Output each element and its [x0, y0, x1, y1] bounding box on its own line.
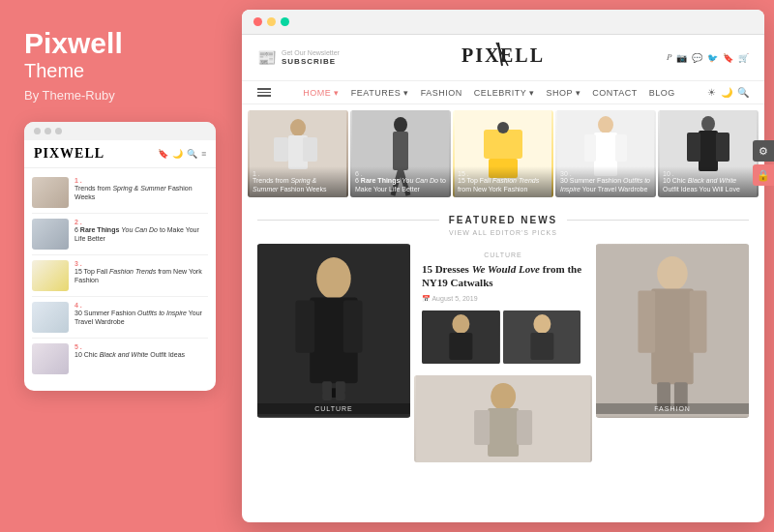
- hero-num-1: 1 .: [253, 170, 343, 177]
- whatsapp-icon[interactable]: 💬: [692, 53, 702, 63]
- nav-item-contact[interactable]: CONTACT: [592, 88, 637, 98]
- svg-rect-25: [699, 131, 718, 171]
- brand-subtitle: Theme: [24, 60, 84, 82]
- featured-main-figure: [257, 244, 410, 418]
- nav-item-celebrity[interactable]: CELEBRITY ▾: [474, 88, 535, 98]
- featured-title: FEATURED NEWS: [449, 215, 557, 225]
- browser-dot-red: [253, 17, 262, 26]
- featured-bottom-figure: [414, 375, 592, 462]
- svg-rect-31: [295, 300, 314, 352]
- nav-item-features[interactable]: FEATURES ▾: [351, 88, 409, 98]
- svg-point-43: [491, 383, 516, 410]
- mini-list-item: 1 . Trends from Spring & Summer Fashion …: [32, 172, 208, 214]
- pixwell-logo-svg: PIX ELL: [460, 41, 547, 68]
- article-date-text: August 5, 2019: [432, 295, 477, 302]
- hero-caption-5: 10 Chic Black and White Outfit Ideas You…: [663, 177, 754, 193]
- mini-thumb-5: [32, 343, 69, 374]
- bookmark-icon[interactable]: 🔖: [723, 53, 733, 63]
- hero-item-5[interactable]: 10 . 10 Chic Black and White Outfit Idea…: [658, 110, 759, 197]
- settings-gear-button[interactable]: ⚙: [753, 140, 774, 162]
- browser-dot-yellow: [267, 17, 276, 26]
- site-navigation: HOME ▾ FEATURES ▾ FASHION CELEBRITY ▾ SH…: [242, 81, 764, 104]
- nav-menu: HOME ▾ FEATURES ▾ FASHION CELEBRITY ▾ SH…: [303, 88, 674, 98]
- mini-text-5: 10 Chic Black and White Outfit Ideas: [74, 350, 185, 359]
- nav-item-home[interactable]: HOME ▾: [303, 88, 340, 98]
- nav-item-blog[interactable]: BLOG: [649, 88, 675, 98]
- featured-main-image[interactable]: CULTURE: [257, 244, 410, 418]
- svg-rect-49: [651, 289, 693, 385]
- svg-rect-38: [449, 333, 472, 360]
- hero-num-5: 10 .: [663, 170, 754, 177]
- subscribe-cta[interactable]: SUBSCRIBE: [282, 57, 340, 67]
- svg-point-48: [657, 256, 688, 291]
- cart-icon[interactable]: 🛒: [738, 53, 749, 63]
- mini-moon-icon: 🌙: [172, 149, 183, 159]
- featured-sub-label[interactable]: VIEW ALL EDITOR'S PICKS: [257, 229, 749, 236]
- svg-rect-45: [474, 410, 490, 445]
- brand-by: By Theme-Ruby: [24, 88, 115, 103]
- hamburger-menu[interactable]: [257, 88, 271, 97]
- svg-point-40: [533, 314, 551, 334]
- mini-text-1: Trends from Spring & Summer Fashion Week…: [74, 184, 208, 201]
- hero-num-4: 30 .: [560, 170, 651, 177]
- mini-list-item: 3 . 15 Top Fall Fashion Trends from New …: [32, 255, 208, 297]
- featured-article-text[interactable]: CULTURE 15 Dresses We Would Love from th…: [414, 244, 592, 371]
- instagram-icon[interactable]: 📷: [676, 53, 687, 63]
- collage-img-2: [503, 310, 581, 364]
- svg-rect-34: [322, 381, 332, 400]
- mini-thumb-4: [32, 302, 69, 333]
- hero-item-2[interactable]: 6 . 6 Rare Things You Can Do to Make You…: [350, 110, 451, 197]
- hero-item-3[interactable]: 15 . 15 Top Fall Fashion Trends from New…: [453, 110, 553, 197]
- calendar-icon: 📅: [422, 295, 431, 302]
- pinterest-icon[interactable]: 𝑃: [667, 52, 671, 63]
- svg-rect-32: [343, 300, 363, 352]
- mini-thumb-1: [32, 177, 69, 208]
- mini-header-icons: 🔖 🌙 🔍 ≡: [158, 149, 206, 159]
- mini-thumb-3: [32, 260, 69, 291]
- gear-icon: ⚙: [759, 145, 768, 158]
- nav-item-shop[interactable]: SHOP ▾: [547, 88, 581, 98]
- hero-num-3: 15 .: [458, 170, 549, 177]
- featured-right-image[interactable]: FASHION: [596, 244, 749, 418]
- svg-text:PIX: PIX: [461, 44, 500, 66]
- svg-rect-44: [488, 408, 519, 457]
- mini-logo-bar: PIXWELL 🔖 🌙 🔍 ≡: [24, 140, 216, 168]
- mini-menu-icon: ≡: [201, 149, 206, 159]
- nav-search-icon[interactable]: 🔍: [737, 87, 749, 98]
- mini-num-2: 2 .: [74, 219, 208, 225]
- browser-top-bar: [242, 10, 764, 35]
- lock-button[interactable]: 🔒: [753, 164, 774, 186]
- nav-item-fashion[interactable]: FASHION: [421, 88, 462, 98]
- mini-news-list: 1 . Trends from Spring & Summer Fashion …: [24, 168, 216, 383]
- header-social-icons: 𝑃 📷 💬 🐦 🔖 🛒: [667, 52, 749, 63]
- featured-right-figure: [596, 244, 749, 418]
- nav-brightness-icon[interactable]: ☀: [707, 87, 716, 98]
- collage-img-1: [422, 310, 500, 364]
- svg-rect-50: [639, 291, 656, 353]
- mini-dot-1: [34, 128, 41, 134]
- svg-point-5: [290, 119, 306, 136]
- site-header: 📰 Get Our Newsletter SUBSCRIBE PIX ELL 𝑃…: [242, 35, 764, 81]
- mini-num-3: 3 .: [74, 260, 208, 267]
- article-tag: CULTURE: [422, 251, 584, 258]
- left-panel: Pixwell Theme By Theme-Ruby PIXWELL 🔖 🌙 …: [0, 0, 223, 532]
- subscribe-text: Get Our Newsletter SUBSCRIBE: [282, 48, 340, 67]
- featured-line-left: [257, 220, 439, 221]
- svg-point-19: [598, 116, 613, 133]
- hero-item-4[interactable]: 30 . 30 Summer Fashion Outfits to Inspir…: [555, 110, 656, 197]
- featured-bottom-image[interactable]: [414, 375, 592, 462]
- nav-moon-icon[interactable]: 🌙: [721, 87, 732, 98]
- mini-thumb-2: [32, 219, 69, 250]
- subscribe-box: 📰 Get Our Newsletter SUBSCRIBE: [257, 48, 340, 67]
- mini-text-3: 15 Top Fall Fashion Trends from New York…: [74, 267, 208, 284]
- browser-dot-green: [281, 17, 289, 26]
- twitter-icon[interactable]: 🐦: [707, 53, 718, 63]
- newsletter-icon: 📰: [257, 48, 277, 67]
- hero-caption-2: 6 Rare Things You Can Do to Make Your Li…: [355, 177, 446, 193]
- featured-header: FEATURED NEWS: [257, 215, 749, 225]
- svg-rect-22: [615, 134, 627, 162]
- hero-overlay-2: 6 . 6 Rare Things You Can Do to Make You…: [350, 166, 451, 197]
- hero-slider: 1 . Trends from Spring & Summer Fashion …: [242, 104, 764, 203]
- mini-dot-3: [55, 128, 62, 134]
- hero-item-1[interactable]: 1 . Trends from Spring & Summer Fashion …: [248, 110, 348, 197]
